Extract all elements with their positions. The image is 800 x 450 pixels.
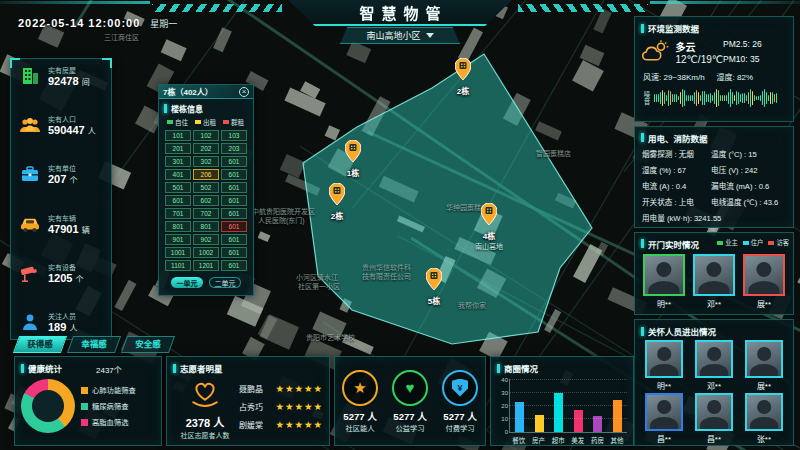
room-cell[interactable]: 601 — [221, 234, 247, 245]
stat-value: 47901 — [48, 223, 79, 235]
legend-item: 住户 — [743, 238, 764, 247]
medal-star-icon: ★ — [353, 380, 366, 395]
room-cell[interactable]: 301 — [165, 156, 191, 167]
stat-units: 实有单位 207 个 — [19, 163, 103, 185]
weather-row: 多云 12℃/19℃ PM2.5: 26 PM10: 35 — [635, 37, 793, 67]
legend-swatch — [223, 120, 229, 124]
room-cell[interactable]: 601 — [221, 182, 247, 193]
room-cell[interactable]: 801 — [165, 221, 191, 232]
room-cell[interactable]: 502 — [193, 182, 219, 193]
business-x-labels: 餐饮房产超市美发药房其他 — [509, 435, 627, 445]
tab-safety[interactable]: 安全感 — [124, 336, 172, 353]
room-cell[interactable]: 601 — [221, 260, 247, 271]
person-card: 昌** — [641, 393, 687, 444]
legend-item: 业主 — [717, 238, 738, 247]
pm25-value: PM2.5: 26 — [723, 37, 762, 52]
stat-unit: 人 — [69, 324, 77, 333]
legend-item: 自住 — [167, 117, 188, 127]
room-cell[interactable]: 601 — [221, 156, 247, 167]
tab-gains[interactable]: 获得感 — [16, 336, 64, 353]
map-pin[interactable]: 2栋 — [433, 58, 493, 96]
power-fire-panel: 用电、消防数据 烟雾探测 : 无烟 温度 (°C) : 15 湿度 (%) : … — [634, 126, 794, 228]
room-cell[interactable]: 601 — [221, 195, 247, 206]
room-cell[interactable]: 602 — [193, 195, 219, 206]
health-donut-chart — [21, 379, 75, 433]
room-cell[interactable]: 1001 — [165, 247, 191, 258]
room-cell[interactable]: 201 — [165, 143, 191, 154]
room-cell[interactable]: 302 — [193, 156, 219, 167]
people-icon — [19, 114, 41, 136]
volunteer-star-list: 聂鹏晶 ★★★★★ 占秀巧 ★★★★★ 剧媛棠 ★★★★★ — [237, 377, 323, 440]
person-card: 昌** — [691, 393, 737, 444]
legend-item: 糖尿病筛查 — [81, 401, 136, 411]
right-column: 环境监测数据 多云 12℃/19℃ PM2.5: 26 PM10: 35 风速:… — [634, 16, 794, 446]
unit-1-button[interactable]: 一单元 — [171, 277, 203, 288]
title-accent-bar — [164, 104, 167, 113]
stat-label: 实有单位 — [48, 163, 77, 173]
room-cell[interactable]: 401 — [165, 169, 191, 180]
room-cell[interactable]: 203 — [221, 143, 247, 154]
room-cell[interactable]: 501 — [165, 182, 191, 193]
bar-美发 — [574, 410, 583, 432]
temperature-range: 12℃/19℃ — [676, 54, 724, 65]
legend-item: 群租 — [223, 117, 244, 127]
unit-2-button[interactable]: 二单元 — [209, 277, 241, 288]
popup-title: 7栋（402人） — [163, 86, 213, 97]
room-cell[interactable]: 601 — [221, 221, 247, 232]
room-cell[interactable]: 702 — [193, 208, 219, 219]
map-pin[interactable]: 2栋 — [307, 183, 367, 221]
noise-label: 噪音 — [641, 91, 651, 106]
room-cell[interactable]: 601 — [165, 195, 191, 206]
person-photo — [645, 340, 683, 378]
room-cell[interactable]: 1201 — [193, 260, 219, 271]
star-rating: ★★★★★ — [275, 419, 323, 430]
map-pin[interactable]: 1栋 — [323, 140, 383, 178]
room-cell[interactable]: 1101 — [165, 260, 191, 271]
person-icon — [19, 311, 41, 333]
community-badges-panel: ★ 5277 人 社区能人 ♥ 5277 人 公益学习 ¥ 5277 人 付费学… — [334, 356, 486, 446]
page-title: 智慧物管 — [352, 2, 447, 23]
person-card: 展** — [741, 254, 787, 309]
room-cell[interactable]: 902 — [193, 234, 219, 245]
stat-unit: 人 — [88, 127, 96, 136]
bar-超市 — [554, 393, 563, 432]
dashboard-root: 三江商住区智园蛋糕店华绅园蛋糕店中航贵阳医院开发区人民医院(东门)贵州华信软件科… — [0, 0, 800, 450]
room-cell[interactable]: 901 — [165, 234, 191, 245]
badge-paid-learning: ¥ 5277 人 付费学习 — [437, 370, 483, 433]
room-cell[interactable]: 701 — [165, 208, 191, 219]
map-pin[interactable]: 5栋 — [404, 268, 464, 306]
heart-in-hand-icon — [188, 377, 222, 409]
stat-value: 189 — [48, 321, 66, 333]
person-name: 展** — [741, 380, 787, 391]
volunteer-name: 聂鹏晶 — [239, 383, 263, 394]
legend-item: 高脂血筛选 — [81, 417, 136, 427]
room-cell[interactable]: 202 — [193, 143, 219, 154]
power-title: 用电、消防数据 — [635, 127, 793, 147]
person-photo — [645, 393, 683, 431]
person-name: 张** — [741, 433, 787, 444]
chevron-down-icon — [426, 33, 434, 38]
room-cell[interactable]: 103 — [221, 130, 247, 141]
stat-value: 590447 — [48, 124, 85, 136]
room-cell[interactable]: 1002 — [193, 247, 219, 258]
room-cell[interactable]: 601 — [221, 169, 247, 180]
map-pin[interactable]: 4栋南山高地 — [459, 203, 519, 251]
tab-happiness[interactable]: 幸福感 — [70, 336, 118, 353]
person-card: 张** — [741, 393, 787, 444]
room-cell[interactable]: 206 — [193, 169, 219, 180]
close-icon[interactable]: × — [239, 87, 249, 97]
person-photo — [745, 340, 783, 378]
room-cell[interactable]: 801 — [193, 221, 219, 232]
person-name: 展** — [741, 298, 787, 309]
room-cell[interactable]: 601 — [221, 208, 247, 219]
left-stats-panel: 实有房屋 92478 间 实有人口 590447 人 实有单位 207 个 实有… — [10, 58, 112, 340]
room-cell[interactable]: 601 — [221, 247, 247, 258]
community-selector[interactable]: 南山高地小区 — [340, 27, 460, 44]
person-photo — [695, 393, 733, 431]
pm-readings: PM2.5: 26 PM10: 35 — [723, 37, 762, 67]
room-cell[interactable]: 101 — [165, 130, 191, 141]
person-photo — [695, 340, 733, 378]
room-cell[interactable]: 102 — [193, 130, 219, 141]
stat-houses: 实有房屋 92478 间 — [19, 65, 103, 87]
volunteer-row: 占秀巧 ★★★★★ — [239, 401, 323, 412]
